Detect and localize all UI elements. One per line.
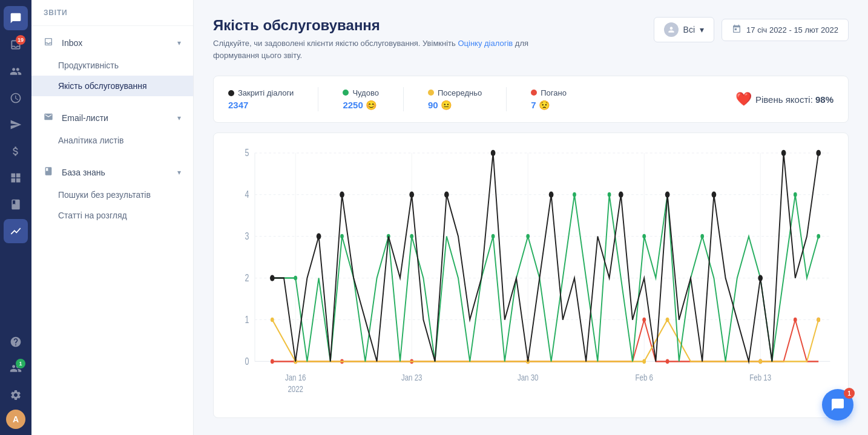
inbox-section-icon [44, 37, 53, 49]
sidebar-item-quality[interactable]: Якість обслуговування [31, 76, 193, 96]
agent-filter-chevron: ▾ [700, 25, 704, 34]
main-content: Якість обслуговування Слідкуйте, чи задо… [194, 0, 868, 435]
svg-point-32 [794, 318, 797, 322]
sidebar-item-articles[interactable]: Статті на розгляд [31, 205, 193, 226]
excellent-label: Чудово [343, 88, 379, 97]
sidebar-group-knowledge[interactable]: База знань ▾ [31, 160, 193, 185]
medium-dot [428, 90, 434, 96]
chat-widget: 1 [822, 389, 853, 420]
sidebar-section-knowledge: База знань ▾ Пошуки без результатів Стат… [31, 155, 193, 231]
excellent-value[interactable]: 2250 😊 [343, 100, 379, 111]
svg-text:3: 3 [245, 231, 249, 241]
svg-point-66 [758, 275, 763, 281]
sidebar-item-productivity[interactable]: Продуктивність [31, 55, 193, 76]
calendar-icon [732, 24, 741, 36]
settings-nav-icon[interactable] [4, 383, 28, 407]
svg-point-54 [794, 192, 797, 197]
svg-point-57 [317, 234, 321, 240]
bad-label: Погано [531, 88, 567, 97]
bad-text: Погано [541, 88, 567, 97]
chat-widget-badge: 1 [844, 388, 855, 399]
excellent-dot [343, 90, 349, 96]
svg-point-37 [642, 359, 646, 364]
sidebar-header: ЗВІТИ [31, 0, 193, 26]
date-range-picker[interactable]: 17 січ 2022 - 15 лют 2022 [722, 19, 849, 41]
svg-text:Feb 6: Feb 6 [635, 373, 653, 383]
user-avatar[interactable]: A [6, 410, 25, 429]
sidebar-section-inbox: Inbox ▾ Продуктивність Якість обслуговув… [31, 26, 193, 101]
sidebar-group-email[interactable]: Email-листи ▾ [31, 106, 193, 130]
svg-point-58 [340, 192, 344, 198]
agent-avatar [664, 22, 679, 37]
svg-point-61 [491, 150, 496, 156]
medium-emoji: 😐 [441, 100, 452, 111]
inbox-nav-icon[interactable]: 19 [4, 33, 28, 57]
svg-point-38 [666, 318, 669, 322]
quality-pct: 98% [815, 94, 833, 105]
heart-icon: ❤️ [735, 91, 752, 107]
sidebar-item-no-results[interactable]: Пошуки без результатів [31, 185, 193, 205]
inbox-chevron-icon: ▾ [177, 39, 181, 47]
closed-dialogs-value[interactable]: 2347 [228, 100, 294, 110]
svg-point-24 [271, 359, 274, 364]
sidebar: ЗВІТИ Inbox ▾ Продуктивність Якість обсл… [31, 0, 194, 435]
send-nav-icon[interactable] [4, 113, 28, 137]
clock-nav-icon[interactable] [4, 86, 28, 110]
svg-point-49 [608, 192, 611, 197]
book-nav-icon[interactable] [4, 192, 28, 217]
sidebar-inbox-label: Inbox [62, 38, 82, 48]
svg-point-52 [700, 234, 704, 239]
svg-point-56 [270, 275, 275, 281]
svg-point-46 [492, 234, 495, 239]
svg-point-60 [444, 192, 449, 198]
chart-container: 0 1 2 3 4 5 Jan 16 2022 Jan 23 Jan 30 [226, 145, 836, 408]
svg-point-59 [409, 192, 414, 198]
users-nav-icon[interactable]: 1 [4, 356, 28, 381]
sidebar-item-email-analytics[interactable]: Аналітика листів [31, 130, 193, 151]
page-subtitle: Слідкуйте, чи задоволені клієнти якістю … [213, 38, 552, 61]
sidebar-section-email: Email-листи ▾ Аналітика листів [31, 101, 193, 155]
page-title: Якість обслуговування [213, 17, 552, 34]
inbox-badge: 19 [16, 35, 25, 45]
email-chevron-icon: ▾ [177, 114, 181, 122]
medium-label: Посередньо [428, 88, 482, 97]
agent-filter-dropdown[interactable]: Всі ▾ [654, 17, 714, 42]
svg-text:Jan 23: Jan 23 [401, 373, 422, 383]
sidebar-group-inbox[interactable]: Inbox ▾ [31, 31, 193, 55]
svg-text:5: 5 [245, 147, 249, 158]
divider-2 [403, 87, 404, 111]
stats-card: Закриті діалоги 2347 Чудово 2250 😊 Посер… [213, 76, 849, 123]
header-controls: Всі ▾ 17 січ 2022 - 15 лют 2022 [654, 17, 849, 42]
page-title-section: Якість обслуговування Слідкуйте, чи задо… [213, 17, 552, 61]
chat-nav-icon[interactable] [4, 6, 28, 30]
agent-filter-label: Всі [683, 25, 695, 34]
svg-point-43 [340, 234, 344, 239]
closed-dot [228, 90, 234, 96]
bad-value[interactable]: 7 😟 [531, 100, 567, 111]
dialogs-rating-link[interactable]: Оцінку діалогів [458, 39, 513, 48]
help-nav-icon[interactable] [4, 330, 28, 354]
email-section-icon [44, 112, 53, 124]
chat-widget-button[interactable]: 1 [822, 389, 853, 420]
bad-emoji: 😟 [539, 100, 550, 111]
knowledge-chevron-icon: ▾ [177, 168, 181, 177]
svg-text:1: 1 [245, 314, 249, 325]
closed-dialogs-label: Закриті діалоги [228, 88, 294, 97]
svg-point-34 [271, 318, 274, 322]
quality-badge: ❤️ Рівень якості: 98% [735, 91, 833, 107]
svg-point-30 [666, 359, 669, 364]
svg-point-39 [758, 359, 762, 364]
quality-chart: 0 1 2 3 4 5 Jan 16 2022 Jan 23 Jan 30 [226, 145, 836, 408]
contacts-nav-icon[interactable] [4, 59, 28, 83]
stat-medium: Посередньо 90 😐 [428, 88, 482, 111]
page-header: Якість обслуговування Слідкуйте, чи задо… [213, 17, 849, 61]
users-badge: 1 [16, 359, 25, 368]
chart-card: 0 1 2 3 4 5 Jan 16 2022 Jan 23 Jan 30 [213, 132, 849, 418]
reports-nav-icon[interactable] [4, 219, 28, 243]
medium-value[interactable]: 90 😐 [428, 100, 482, 111]
grid-nav-icon[interactable] [4, 166, 28, 190]
coin-nav-icon[interactable] [4, 139, 28, 163]
knowledge-section-icon [44, 166, 53, 178]
svg-text:2: 2 [245, 272, 249, 283]
svg-point-65 [712, 192, 717, 198]
